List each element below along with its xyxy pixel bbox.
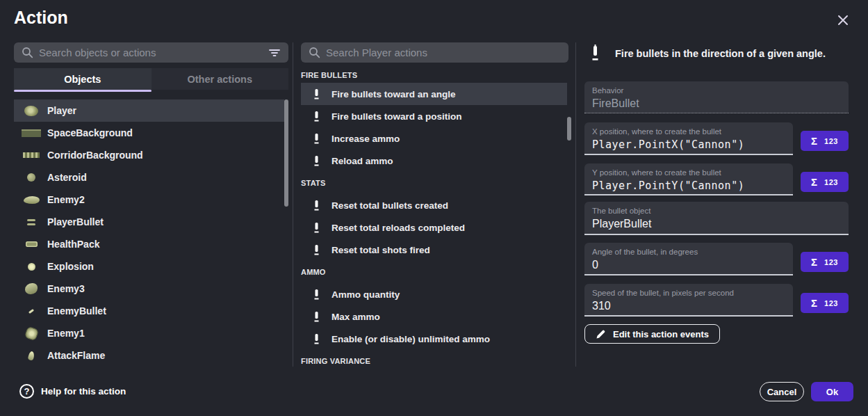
edit-action-events-button[interactable]: Edit this action events [584, 324, 720, 344]
object-item-enemybullet[interactable]: EnemyBullet [14, 300, 284, 322]
field-speed[interactable]: Speed of the bullet, in pixels per secon… [584, 284, 793, 317]
object-item-enemy3[interactable]: Enemy3 [14, 278, 284, 300]
action-label: Reload ammo [331, 156, 393, 166]
left-middle-divider [293, 42, 293, 367]
search-icon [22, 47, 33, 58]
tab-objects-label: Objects [64, 74, 101, 85]
help-button[interactable]: ? Help for this action [19, 384, 126, 399]
action-dialog: Action Objects Other actions Player Spac… [0, 0, 868, 416]
field-value[interactable]: 0 [592, 259, 785, 271]
expression-editor-button[interactable]: Σ 123 [801, 172, 849, 192]
middle-right-divider [575, 42, 576, 367]
asteroid-sprite-icon [21, 173, 42, 182]
action-item-reload-ammo[interactable]: Reload ammo [301, 150, 567, 172]
action-description: Fire bullets in the direction of a given… [615, 48, 844, 59]
edit-action-events-label: Edit this action events [613, 329, 709, 339]
field-value: FireBullet [592, 97, 841, 110]
field-label: Speed of the bullet, in pixels per secon… [592, 289, 785, 297]
enemy1-sprite-icon [21, 328, 42, 339]
object-item-enemy2[interactable]: Enemy2 [14, 189, 284, 211]
object-item-playerbullet[interactable]: PlayerBullet [14, 211, 284, 233]
action-item-increase-ammo[interactable]: Increase ammo [301, 127, 567, 150]
field-value[interactable]: PlayerBullet [592, 218, 841, 230]
object-item-spacebackground[interactable]: SpaceBackground [14, 122, 284, 144]
field-bullet-object[interactable]: The bullet object PlayerBullet [584, 202, 849, 235]
object-label: CorridorBackground [47, 150, 143, 161]
enemybullet-sprite-icon [21, 310, 42, 312]
field-angle[interactable]: Angle of the bullet, in degrees 0 [584, 243, 793, 275]
object-item-explosion[interactable]: Explosion [14, 255, 284, 278]
field-value[interactable]: 310 [592, 300, 785, 312]
object-item-corridorbackground[interactable]: CorridorBackground [14, 144, 284, 166]
field-value[interactable]: Player.PointX("Cannon") [592, 138, 785, 151]
tab-other-actions[interactable]: Other actions [152, 68, 289, 90]
object-item-player[interactable]: Player [14, 99, 284, 122]
action-label: Reset total reloads completed [331, 223, 465, 233]
object-label: PlayerBullet [47, 216, 104, 227]
action-label: Fire bullets toward a position [331, 111, 462, 122]
objects-list-scrollbar[interactable] [284, 99, 288, 207]
bullet-icon [313, 244, 320, 256]
bullet-icon [313, 111, 320, 122]
action-item-reset-total-bullets-created[interactable]: Reset total bullets created [301, 194, 567, 216]
action-item-ammo-quantity[interactable]: Ammo quantity [301, 283, 567, 305]
objects-list: Player SpaceBackground CorridorBackgroun… [14, 99, 284, 367]
enemy3-sprite-icon [21, 283, 42, 294]
cancel-button[interactable]: Cancel [760, 382, 804, 401]
action-item-reset-total-shots-fired[interactable]: Reset total shots fired [301, 239, 567, 261]
object-item-attackflame[interactable]: AttackFlame [14, 344, 284, 367]
object-item-asteroid[interactable]: Asteroid [14, 166, 284, 189]
actions-search-bar [301, 42, 568, 63]
action-item-fire-bullets-toward-an-angle[interactable]: Fire bullets toward an angle [301, 83, 567, 105]
object-item-healthpack[interactable]: HealthPack [14, 233, 284, 255]
bullet-icon [313, 311, 320, 323]
ok-button[interactable]: Ok [811, 382, 853, 401]
action-item-max-ammo[interactable]: Max ammo [301, 305, 567, 328]
category-header: STATS [301, 172, 567, 194]
search-icon [309, 47, 320, 58]
actions-search-input[interactable] [320, 47, 568, 58]
objects-search-input[interactable] [33, 47, 261, 58]
object-label: Enemy1 [47, 328, 85, 339]
tab-objects[interactable]: Objects [14, 68, 152, 90]
object-item-enemy1[interactable]: Enemy1 [14, 322, 284, 344]
action-item-fire-bullets-toward-a-position[interactable]: Fire bullets toward a position [301, 105, 567, 127]
field-label: X position, where to create the bullet [592, 127, 785, 136]
bullet-icon [313, 200, 320, 211]
field-y-position[interactable]: Y position, where to create the bullet P… [584, 163, 793, 195]
pencil-icon [596, 329, 606, 339]
expression-editor-button[interactable]: Σ 123 [801, 293, 849, 313]
action-label: Reset total bullets created [331, 200, 448, 211]
object-label: Player [47, 105, 76, 116]
object-label: Explosion [47, 261, 94, 272]
action-label: Enable (or disable) unlimited ammo [331, 334, 490, 344]
bullet-icon [313, 222, 320, 234]
action-label: Fire bullets toward an angle [331, 89, 456, 99]
sigma-icon: Σ [811, 135, 817, 147]
numbers-icon: 123 [824, 258, 838, 266]
healthpack-sprite-icon [21, 241, 42, 247]
attackflame-sprite-icon [21, 351, 42, 360]
player-sprite-icon [21, 106, 42, 116]
numbers-icon: 123 [824, 137, 838, 145]
object-label: AttackFlame [47, 350, 105, 361]
action-item-enable-unlimited-ammo[interactable]: Enable (or disable) unlimited ammo [301, 328, 567, 350]
field-behavior: Behavior FireBullet [584, 81, 849, 113]
enemy2-sprite-icon [21, 196, 42, 204]
help-label: Help for this action [41, 386, 126, 397]
object-label: HealthPack [47, 239, 99, 250]
object-label: Enemy3 [47, 283, 85, 294]
field-label: Behavior [592, 86, 841, 95]
actions-list-scrollbar[interactable] [567, 117, 571, 141]
filter-icon[interactable] [261, 48, 281, 58]
bullet-icon [313, 155, 320, 167]
action-label: Ammo quantity [331, 289, 400, 300]
expression-editor-button[interactable]: Σ 123 [801, 252, 849, 272]
action-item-reset-total-reloads-completed[interactable]: Reset total reloads completed [301, 216, 567, 239]
tab-other-actions-label: Other actions [188, 74, 252, 85]
field-x-position[interactable]: X position, where to create the bullet P… [584, 122, 793, 155]
category-header: FIRING VARIANCE [301, 350, 567, 367]
field-value[interactable]: Player.PointY("Cannon") [592, 179, 785, 192]
expression-editor-button[interactable]: Σ 123 [801, 131, 849, 151]
bullet-icon [313, 333, 320, 345]
